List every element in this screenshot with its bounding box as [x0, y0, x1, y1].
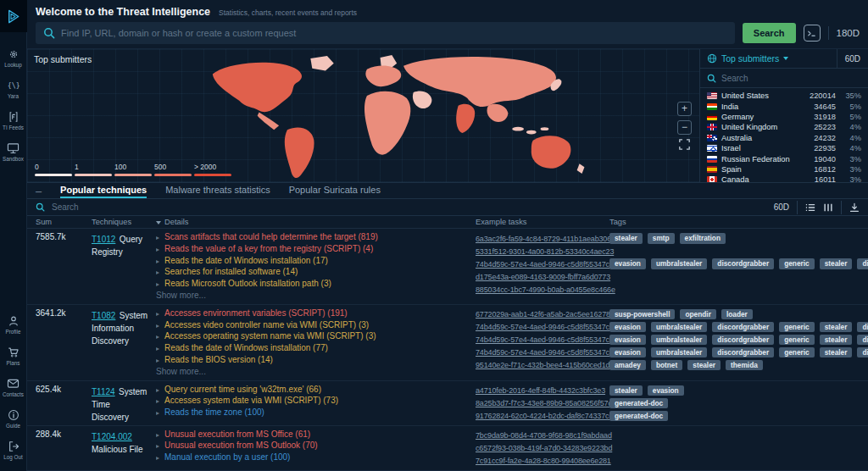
detail-item[interactable]: ▸Reads the date of Windows installation …: [156, 343, 476, 355]
task-link[interactable]: 95140e2e-f71c-432b-bee4-415b60ced1d3: [476, 361, 609, 369]
world-map[interactable]: Top submitters: [27, 49, 700, 182]
tag[interactable]: loader: [721, 309, 753, 319]
tag[interactable]: discord: [857, 322, 868, 332]
tag[interactable]: umbralstealer: [651, 347, 707, 357]
submitters-period[interactable]: 60D: [837, 49, 868, 68]
detail-item[interactable]: ▸Reads the time zone (100): [156, 407, 476, 419]
task-link[interactable]: 6a3ac2f6-fa59-4c84-8729-411b1aeab306: [476, 235, 609, 243]
country-row-australia[interactable]: Australia242324%: [700, 133, 868, 143]
tab-malware-threats-statistics[interactable]: Malware threats statistics: [165, 185, 270, 198]
task-link[interactable]: 6772029a-aab1-42f6-a5ab-2ac5ee16278b: [476, 310, 609, 319]
column-header-example-tasks[interactable]: Example tasks: [476, 218, 609, 226]
tab-popular-suricata-rules[interactable]: Popular Suricata rules: [289, 185, 381, 198]
table-search-input[interactable]: [52, 202, 767, 212]
task-link[interactable]: 74b4d59c-57e4-4aed-9946-c5d8f55347cb: [476, 260, 609, 269]
tag[interactable]: generic: [779, 347, 815, 357]
country-row-united-kingdom[interactable]: United Kingdom252234%: [700, 122, 868, 132]
task-link[interactable]: 8a25b3d7-f7c3-43e8-89b9-85a08256f57d: [476, 399, 609, 407]
country-row-germany[interactable]: Germany319185%: [700, 112, 868, 122]
collapse-section-icon[interactable]: ─: [36, 186, 42, 198]
tag[interactable]: generic: [779, 322, 815, 332]
zoom-out-button[interactable]: −: [677, 120, 692, 135]
tag[interactable]: discordgrabber: [712, 335, 774, 345]
sidebar-item-lookup[interactable]: Lookup: [0, 42, 27, 74]
detail-item[interactable]: ▸Unusual execution from MS Outlook (70): [156, 441, 476, 452]
search-period[interactable]: 180D: [837, 28, 860, 38]
tag[interactable]: umbralstealer: [651, 258, 707, 269]
list-view-icon[interactable]: [805, 202, 815, 213]
sidebar-item-sandbox[interactable]: Sandbox: [0, 136, 27, 168]
tag[interactable]: stealer: [820, 335, 853, 345]
task-link[interactable]: 885034cc-1bc7-4990-b0ab-a0455e8c466e: [476, 285, 609, 294]
sidebar-item-log-out[interactable]: Log Out: [0, 435, 27, 466]
column-header-sum[interactable]: Sum: [36, 218, 92, 226]
task-link[interactable]: 91762824-62c0-4224-b2dc-daf8c74337c6: [476, 412, 609, 420]
sidebar-item-yara[interactable]: {\}Yara: [0, 74, 27, 105]
detail-item[interactable]: ▸Searches for installed software (14): [156, 267, 476, 279]
detail-item[interactable]: ▸Accesses video controller name via WMI …: [156, 320, 476, 332]
country-row-canada[interactable]: Canada160113%: [700, 175, 868, 182]
task-link[interactable]: c6572f93-038b-419f-a7d0-34283e9223bd: [476, 444, 609, 452]
tag[interactable]: opendir: [680, 309, 715, 319]
main-search-input[interactable]: [36, 22, 735, 44]
detail-item[interactable]: ▸Reads Microsoft Outlook installation pa…: [156, 279, 476, 291]
task-link[interactable]: 7bc9da9b-08d4-4708-9f68-98c1f9abdaad: [476, 431, 609, 440]
tag[interactable]: themida: [726, 360, 763, 370]
country-row-israel[interactable]: Israel229354%: [700, 143, 868, 153]
tag[interactable]: evasion: [609, 347, 646, 357]
column-header-tags[interactable]: Tags: [609, 218, 868, 226]
tag[interactable]: evasion: [648, 385, 684, 396]
technique-link[interactable]: T1204.002: [92, 432, 132, 441]
detail-item[interactable]: ▸Reads the BIOS version (14): [156, 355, 476, 367]
tag[interactable]: evasion: [609, 322, 646, 332]
tag[interactable]: exfiltration: [680, 233, 726, 243]
tag[interactable]: umbralstealer: [651, 335, 707, 345]
task-link[interactable]: a4710feb-2016-4eff-84fb-4432c3bfc3e3: [476, 386, 609, 395]
detail-item[interactable]: ▸Accesses operating system name via WMI …: [156, 331, 476, 343]
show-more-link[interactable]: Show more...: [156, 367, 476, 378]
detail-item[interactable]: ▸Query current time using 'w32tm.exe' (6…: [156, 385, 476, 396]
column-header-techniques[interactable]: Techniques: [92, 218, 156, 226]
tag[interactable]: discordgrabber: [712, 322, 774, 332]
tag[interactable]: discord: [857, 347, 868, 357]
sidebar-item-ti-feeds[interactable]: TI Feeds: [0, 105, 27, 136]
tag[interactable]: stealer: [820, 347, 853, 357]
sidebar-item-guide[interactable]: Guide: [0, 403, 27, 435]
download-icon[interactable]: [849, 202, 860, 213]
query-builder-icon[interactable]: [804, 25, 821, 42]
tag[interactable]: generic: [779, 335, 815, 345]
tag[interactable]: stealer: [609, 233, 643, 243]
detail-item[interactable]: ▸Reads the date of Windows installation …: [156, 256, 476, 268]
tag[interactable]: stealer: [820, 322, 853, 332]
tag[interactable]: stealer: [609, 385, 643, 396]
top-submitters-dropdown[interactable]: Top submitters: [721, 53, 779, 64]
task-link[interactable]: 74b4d59c-57e4-4aed-9946-c5d8f55347cb: [476, 348, 609, 357]
show-more-link[interactable]: Show more...: [156, 291, 476, 302]
tag[interactable]: umbralstealer: [651, 322, 707, 332]
country-row-india[interactable]: India346455%: [700, 101, 868, 111]
tag[interactable]: stealer: [820, 258, 853, 269]
tag[interactable]: discord: [857, 258, 868, 269]
table-period[interactable]: 60D: [774, 202, 789, 212]
country-row-russian-federation[interactable]: Russian Federation190403%: [700, 153, 868, 163]
detail-item[interactable]: ▸Reads the value of a key from the regis…: [156, 244, 476, 256]
tag[interactable]: generated-doc: [609, 411, 668, 421]
tag[interactable]: evasion: [609, 335, 646, 345]
tag[interactable]: stealer: [687, 360, 721, 370]
task-link[interactable]: 7c91cc9f-fa2e-4a28-8c80-99408ee6e281: [476, 457, 609, 465]
task-link[interactable]: 5331f512-9301-4a00-812b-53340c4aec23: [476, 247, 609, 256]
tab-popular-techniques[interactable]: Popular techniques: [60, 185, 147, 198]
detail-item[interactable]: ▸Scans artifacts that could help determi…: [156, 232, 476, 244]
tag[interactable]: botnet: [651, 360, 682, 370]
tag[interactable]: generic: [779, 258, 815, 269]
sidebar-item-plans[interactable]: Plans: [0, 341, 27, 372]
detail-item[interactable]: ▸Manual execution by a user (100): [156, 452, 476, 464]
tag[interactable]: discordgrabber: [712, 258, 774, 269]
sidebar-item-profile[interactable]: Profile: [0, 309, 27, 341]
technique-link[interactable]: T1124: [92, 387, 115, 396]
tag[interactable]: generated-doc: [609, 398, 668, 408]
submitters-search-input[interactable]: [721, 74, 861, 83]
sidebar-item-contacts[interactable]: Contacts: [0, 372, 27, 403]
zoom-in-button[interactable]: +: [677, 102, 692, 116]
task-link[interactable]: d175e43a-e089-4163-9009-fbff7a6d0773: [476, 273, 609, 281]
